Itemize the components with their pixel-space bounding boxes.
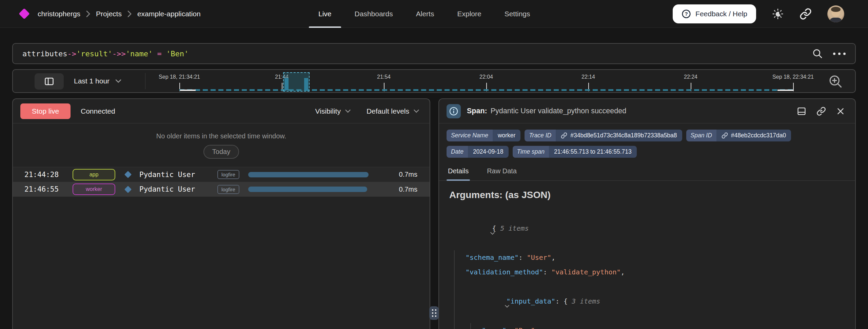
grip-dots-icon: [432, 309, 436, 317]
link-icon[interactable]: [722, 132, 728, 139]
histogram-bar: [304, 78, 308, 90]
timeline-tick-label: 22:14: [581, 74, 595, 80]
json-level-2: "name": "Ben", "country_code": "USA", "d…: [470, 323, 845, 329]
collapse-caret-icon[interactable]: [449, 211, 495, 255]
tab-explore[interactable]: Explore: [446, 0, 493, 28]
help-circle-icon: ?: [682, 9, 691, 19]
link-icon[interactable]: [561, 132, 567, 139]
timeline-tick-label: 21:54: [377, 74, 391, 80]
stop-live-button[interactable]: Stop live: [20, 103, 71, 119]
trace-row[interactable]: 21:44:28 app Pydantic User logfire 0.7ms: [13, 167, 430, 182]
tab-alerts[interactable]: Alerts: [405, 0, 446, 28]
span-name: Pydantic User: [139, 185, 211, 193]
detail-panel-header: Span:Pydantic User validate_python succe…: [439, 99, 855, 123]
timeline-start-label: Sep 18, 21:34:21: [159, 74, 200, 80]
default-levels-dropdown[interactable]: Default levels: [367, 107, 419, 115]
feedback-help-button[interactable]: ? Feedback / Help: [673, 4, 756, 23]
histogram-bar: [284, 78, 289, 90]
detail-tabs: Details Raw Data: [439, 164, 855, 181]
empty-message: No older items in the selected time wind…: [13, 132, 430, 140]
link-icon[interactable]: [816, 107, 826, 116]
timeline-end-label: Sep 18, 22:34:21: [772, 74, 814, 80]
time-range-dropdown[interactable]: Last 1 hour: [74, 70, 122, 92]
chevron-down-icon: [413, 109, 419, 113]
timeline-selection[interactable]: [283, 72, 310, 92]
scope-badge: logfire: [217, 170, 239, 179]
span-id-badge: Span ID #48eb2cdcdc317da0: [686, 130, 791, 141]
sidebar-toggle-icon: [44, 77, 54, 86]
duration-label: 0.7ms: [385, 171, 417, 178]
time-range-bar: Last 1 hour Sep 18, 21:34:21 21:44 21:54…: [12, 69, 856, 93]
span-diamond-icon: [124, 171, 132, 178]
timeline-tick-label: 22:24: [684, 74, 697, 80]
today-button[interactable]: Today: [203, 145, 239, 159]
json-line: "input_data": {3 items: [466, 279, 845, 323]
dock-panel-bottom-icon[interactable]: [797, 107, 806, 116]
chevron-right-icon: [127, 10, 132, 18]
tab-dashboards[interactable]: Dashboards: [343, 0, 405, 28]
row-timestamp: 21:46:55: [24, 185, 65, 193]
service-badge: worker: [73, 183, 115, 195]
panel-resize-handle[interactable]: [429, 306, 439, 320]
zoom-in-button[interactable]: [827, 73, 844, 90]
timeline-tick-label: 22:04: [479, 74, 493, 80]
breadcrumb: christophergs Projects example-applicati…: [38, 10, 201, 18]
query-input[interactable]: attributes->'result'->>'name' = 'Ben': [12, 43, 856, 64]
logfire-logo-diamond-icon[interactable]: [19, 8, 30, 19]
duration-label: 0.7ms: [385, 186, 417, 193]
query-text: attributes->'result'->>'name' = 'Ben': [22, 50, 189, 58]
span-detail-panel: Span:Pydantic User validate_python succe…: [438, 98, 856, 329]
chevron-down-icon: [345, 109, 351, 113]
copy-link-icon[interactable]: [800, 8, 812, 20]
search-icon[interactable]: [812, 48, 823, 59]
live-panel-header: Stop live Connected Visibility Default l…: [13, 99, 430, 123]
trace-row-selected[interactable]: 21:46:55 worker Pydantic User logfire 0.…: [13, 182, 430, 197]
connection-status: Connected: [81, 107, 115, 115]
theme-toggle-icon[interactable]: [772, 8, 784, 20]
tab-live[interactable]: Live: [307, 0, 343, 28]
timeline-start-cap: [180, 90, 196, 91]
navbar-right-cluster: ? Feedback / Help: [673, 0, 868, 28]
tab-details[interactable]: Details: [447, 164, 470, 180]
json-line: "schema_name": "User",: [466, 250, 845, 265]
date-badge: Date 2024-09-18: [447, 146, 509, 158]
timeline-tick: [793, 83, 794, 91]
span-diamond-icon: [124, 186, 132, 193]
json-tree: {5 items "schema_name": "User", "validat…: [449, 207, 845, 329]
empty-state: No older items in the selected time wind…: [13, 123, 430, 159]
arguments-heading: Arguments: (as JSON): [449, 190, 845, 200]
chevron-down-icon: [115, 79, 122, 83]
timeline-histogram-baseline: [179, 89, 793, 91]
trace-rows: 21:44:28 app Pydantic User logfire 0.7ms…: [13, 167, 430, 197]
json-level-1: "schema_name": "User", "validation_metho…: [454, 250, 845, 329]
service-name-badge: Service Name worker: [447, 130, 520, 141]
tab-settings[interactable]: Settings: [493, 0, 542, 28]
close-icon[interactable]: [836, 107, 845, 116]
chevron-right-icon: [86, 10, 91, 18]
breadcrumb-projects[interactable]: Projects: [96, 10, 122, 18]
service-badge: app: [73, 169, 115, 180]
detail-title: Span:Pydantic User validate_python succe…: [467, 107, 626, 115]
json-line: "validation_method": "validate_python",: [466, 265, 845, 279]
json-root-line: {5 items: [449, 207, 845, 250]
info-icon: [447, 104, 461, 118]
time-span-badge: Time span 21:46:55.713 to 21:46:55.713: [513, 146, 637, 158]
collapse-caret-icon[interactable]: [455, 284, 510, 328]
user-avatar[interactable]: [827, 5, 844, 22]
sidebar-toggle-button[interactable]: [35, 73, 64, 90]
visibility-dropdown[interactable]: Visibility: [315, 107, 351, 115]
duration-bar: [248, 172, 369, 177]
more-options-icon[interactable]: [833, 53, 846, 55]
divider: [145, 73, 145, 89]
row-timestamp: 21:44:28: [24, 171, 65, 179]
tab-raw-data[interactable]: Raw Data: [486, 164, 518, 180]
breadcrumb-project-name[interactable]: example-application: [137, 10, 201, 18]
live-view-panel: Stop live Connected Visibility Default l…: [12, 98, 430, 329]
json-line: "name": "Ben",: [482, 323, 845, 329]
svg-text:?: ?: [685, 11, 688, 17]
main-nav-tabs: Live Dashboards Alerts Explore Settings: [307, 0, 542, 28]
duration-bar: [248, 187, 367, 192]
zoom-in-icon: [828, 74, 843, 89]
breadcrumb-org[interactable]: christophergs: [38, 10, 80, 18]
detail-content: Arguments: (as JSON) {5 items "schema_na…: [439, 181, 855, 329]
